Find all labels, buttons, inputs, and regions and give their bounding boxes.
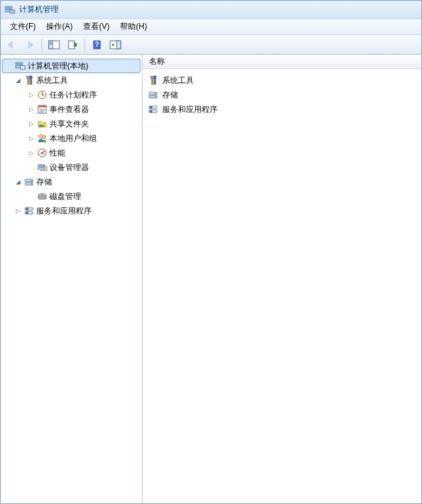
svg-point-30 — [39, 134, 43, 138]
help-button[interactable]: ? — [89, 37, 105, 53]
services-icon — [24, 206, 34, 216]
expand-icon[interactable]: ▷ — [27, 134, 35, 142]
tree-disk-management[interactable]: 磁盘管理 — [2, 189, 140, 204]
menu-file[interactable]: 文件(F) — [5, 19, 41, 34]
tree-event-viewer[interactable]: ▷ 事件查看器 — [2, 102, 140, 117]
menu-view[interactable]: 查看(V) — [78, 19, 115, 34]
svg-point-47 — [26, 208, 28, 210]
expand-icon[interactable]: ▷ — [27, 149, 35, 157]
svg-point-41 — [31, 183, 32, 184]
expand-icon[interactable]: ▷ — [27, 91, 35, 99]
svg-rect-36 — [40, 170, 43, 171]
list-item-storage[interactable]: 存储 — [145, 88, 419, 102]
tree-root[interactable]: 计算机管理(本地) — [2, 59, 140, 73]
tree-services-apps[interactable]: ▷ 服务和应用程序 — [2, 204, 140, 218]
tree-services-apps-label: 服务和应用程序 — [36, 206, 92, 217]
titlebar: 计算机管理 — [1, 1, 421, 19]
tree-task-scheduler[interactable]: ▷ 任务计划程序 — [2, 88, 140, 102]
tree-system-tools-label: 系统工具 — [36, 75, 68, 86]
svg-point-44 — [41, 194, 44, 195]
forward-button[interactable] — [22, 37, 38, 53]
list-item-label: 存储 — [162, 90, 178, 101]
content-area: 计算机管理(本地) ◢ 系统工具 ▷ — [1, 55, 421, 503]
expand-icon[interactable]: ▷ — [27, 105, 35, 113]
window: 计算机管理 文件(F) 操作(A) 查看(V) 帮助(H) — [0, 0, 422, 504]
expand-icon[interactable]: ▷ — [14, 207, 22, 215]
svg-rect-12 — [117, 41, 121, 49]
show-hide-tree-button[interactable] — [46, 37, 62, 53]
event-viewer-icon — [37, 104, 47, 115]
svg-point-18 — [30, 76, 32, 78]
back-button[interactable] — [3, 37, 19, 53]
svg-point-54 — [155, 93, 156, 94]
expand-icon[interactable]: ▷ — [27, 120, 35, 128]
storage-icon — [148, 90, 158, 100]
menu-help[interactable]: 帮助(H) — [115, 19, 152, 34]
tree-device-manager-label: 设备管理器 — [49, 162, 89, 173]
svg-point-31 — [43, 136, 46, 139]
window-title: 计算机管理 — [19, 4, 59, 15]
tree-system-tools[interactable]: ◢ 系统工具 — [2, 73, 140, 88]
svg-rect-35 — [39, 165, 44, 168]
tools-icon — [24, 75, 34, 86]
toolbar-separator — [42, 38, 42, 51]
svg-point-59 — [150, 111, 152, 113]
storage-icon — [24, 177, 34, 187]
collapse-icon[interactable]: ◢ — [14, 76, 22, 84]
svg-point-40 — [31, 180, 32, 181]
tree-shared-folders[interactable]: ▷ 共享文件夹 — [2, 117, 140, 131]
tree-storage[interactable]: ◢ 存储 — [2, 175, 140, 189]
svg-point-48 — [26, 212, 28, 214]
svg-point-51 — [154, 76, 156, 78]
list-panel: 名称 系统工具 — [142, 55, 421, 503]
toolbar: ? — [1, 35, 421, 55]
show-action-pane-button[interactable] — [107, 37, 123, 53]
column-header-name[interactable]: 名称 — [149, 56, 165, 67]
tree-panel[interactable]: 计算机管理(本地) ◢ 系统工具 ▷ — [1, 55, 142, 503]
device-manager-icon — [37, 162, 47, 173]
menubar: 文件(F) 操作(A) 查看(V) 帮助(H) — [1, 19, 421, 35]
tree-device-manager[interactable]: 设备管理器 — [2, 160, 140, 175]
svg-text:?: ? — [95, 41, 99, 48]
collapse-icon[interactable]: ◢ — [14, 178, 22, 186]
list-item-system-tools[interactable]: 系统工具 — [145, 73, 419, 88]
menu-action[interactable]: 操作(A) — [41, 19, 78, 34]
tree-local-users-label: 本地用户和组 — [49, 133, 97, 144]
svg-rect-24 — [38, 105, 46, 107]
clock-icon — [37, 90, 47, 100]
svg-rect-8 — [69, 41, 75, 49]
list-body[interactable]: 系统工具 存储 — [142, 69, 421, 503]
list-item-label: 服务和应用程序 — [162, 104, 218, 115]
svg-rect-15 — [20, 66, 25, 69]
tree-performance[interactable]: ▷ 性能 — [2, 146, 140, 160]
svg-rect-3 — [11, 11, 14, 13]
list-item-services-apps[interactable]: 服务和应用程序 — [145, 102, 419, 117]
tree-task-scheduler-label: 任务计划程序 — [49, 90, 97, 101]
export-list-button[interactable] — [65, 37, 80, 53]
toolbar-separator — [84, 38, 85, 51]
disk-icon — [37, 191, 47, 202]
performance-icon — [37, 148, 47, 158]
computer-management-icon — [15, 61, 26, 71]
svg-point-29 — [42, 125, 44, 127]
computer-management-icon — [5, 5, 15, 15]
tools-icon — [148, 75, 158, 86]
tree-performance-label: 性能 — [49, 148, 65, 159]
tree-storage-label: 存储 — [36, 177, 52, 188]
svg-rect-5 — [49, 41, 53, 49]
services-icon — [148, 104, 158, 115]
svg-rect-37 — [44, 167, 47, 171]
tree-local-users[interactable]: ▷ 本地用户和组 — [2, 131, 140, 146]
tree-disk-management-label: 磁盘管理 — [49, 191, 81, 202]
tree-event-viewer-label: 事件查看器 — [49, 104, 89, 115]
svg-point-55 — [155, 96, 156, 98]
svg-point-28 — [39, 125, 42, 127]
users-icon — [37, 133, 47, 144]
list-item-label: 系统工具 — [162, 75, 194, 86]
shared-folder-icon — [37, 119, 47, 129]
tree-root-label: 计算机管理(本地) — [28, 61, 88, 72]
list-header[interactable]: 名称 — [142, 55, 421, 69]
tree-shared-folders-label: 共享文件夹 — [49, 119, 89, 130]
svg-point-58 — [150, 107, 152, 109]
